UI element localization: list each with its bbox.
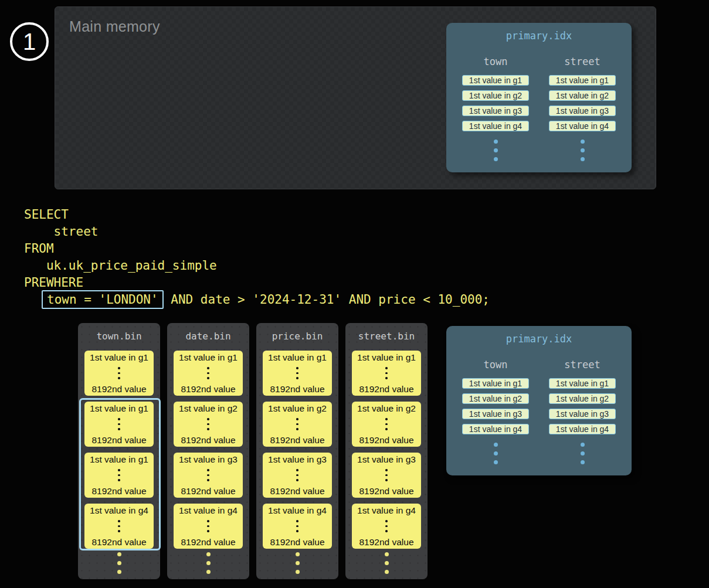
bin-title: town.bin [78, 331, 160, 342]
index-column-header: street [564, 358, 600, 371]
granule-first-value: 1st value in g4 [357, 505, 416, 515]
sql-line-from: FROM [24, 240, 490, 257]
granule-first-value: 1st value in g2 [357, 403, 416, 413]
ellipsis-dot [117, 552, 121, 556]
ellipsis-dot [581, 148, 585, 152]
ellipsis-dot [385, 570, 389, 574]
bin-ellipsis [345, 552, 428, 574]
ellipsis-dot [296, 570, 300, 574]
granule-first-value: 1st value in g3 [357, 454, 416, 464]
index-entry-list: 1st value in g1 1st value in g2 1st valu… [549, 378, 616, 434]
granule-ellipsis [385, 418, 388, 430]
index-entry: 1st value in g3 [462, 409, 529, 419]
index-column-header: street [564, 55, 600, 68]
step-number-badge: 1 [10, 22, 49, 61]
granule-list: 1st value in g1 8192nd value 1st value i… [84, 351, 154, 549]
granule-list: 1st value in g1 8192nd value 1st value i… [174, 351, 243, 549]
granule-last-value: 8192nd value [270, 537, 324, 547]
granule-first-value: 1st value in g1 [179, 352, 238, 362]
prewhere-rest: AND date > '2024-12-31' AND price < 10_0… [164, 293, 490, 307]
bin-file-street: street.bin 1st value in g1 8192nd value … [345, 323, 428, 579]
granule: 1st value in g1 8192nd value [352, 351, 421, 396]
sql-line-prewhere: PREWHERE [24, 274, 490, 291]
granule-last-value: 8192nd value [270, 486, 324, 496]
granule-ellipsis [118, 469, 120, 481]
ellipsis-dot [494, 451, 498, 456]
index-entry: 1st value in g1 [549, 378, 616, 389]
granule-last-value: 8192nd value [181, 537, 235, 547]
granule-last-value: 8192nd value [91, 537, 146, 547]
ellipsis-dot [385, 561, 389, 565]
index-column-street: street 1st value in g1 1st value in g2 1… [547, 358, 618, 464]
granule-last-value: 8192nd value [270, 384, 324, 394]
index-entry: 1st value in g2 [549, 90, 616, 101]
index-column-header: town [484, 358, 508, 371]
bin-ellipsis [78, 552, 160, 574]
granule-last-value: 8192nd value [181, 486, 235, 496]
index-entry: 1st value in g3 [549, 409, 616, 419]
granule-ellipsis [207, 469, 209, 481]
index-entry: 1st value in g4 [549, 121, 616, 131]
granule-first-value: 1st value in g3 [179, 454, 238, 464]
granule: 1st value in g3 8192nd value [352, 453, 421, 498]
sql-query: SELECT street FROM uk.uk_price_paid_simp… [24, 206, 490, 310]
index-entry: 1st value in g4 [462, 424, 529, 434]
granule-ellipsis [385, 469, 388, 481]
granule-last-value: 8192nd value [359, 537, 413, 547]
bin-title: price.bin [256, 331, 338, 342]
granule-first-value: 1st value in g4 [268, 505, 327, 515]
granule-first-value: 1st value in g4 [179, 505, 238, 515]
index-ellipsis [494, 140, 498, 161]
ellipsis-dot [117, 570, 121, 574]
granule-ellipsis [207, 367, 209, 379]
ellipsis-dot [581, 451, 585, 456]
granule-first-value: 1st value in g1 [268, 352, 327, 362]
ellipsis-dot [206, 561, 211, 565]
granule-last-value: 8192nd value [181, 435, 235, 445]
ellipsis-dot [494, 460, 498, 464]
sql-line-street: street [24, 223, 490, 240]
index-column-town: town 1st value in g1 1st value in g2 1st… [460, 55, 531, 161]
ellipsis-dot [206, 552, 211, 556]
granule: 1st value in g4 8192nd value [352, 504, 421, 549]
main-memory-title: Main memory [69, 18, 160, 35]
index-entry: 1st value in g1 [549, 75, 616, 86]
granule-ellipsis [207, 418, 209, 430]
primary-index-top: primary.idx town 1st value in g1 1st val… [446, 23, 632, 172]
ellipsis-dot [494, 148, 498, 152]
granule-ellipsis [296, 520, 298, 532]
granule: 1st value in g4 8192nd value [84, 504, 154, 549]
index-entry: 1st value in g2 [462, 393, 529, 404]
granule-last-value: 8192nd value [181, 384, 235, 394]
granule: 1st value in g2 8192nd value [352, 402, 421, 447]
granule-first-value: 1st value in g1 [90, 403, 148, 413]
ellipsis-dot [206, 570, 211, 574]
ellipsis-dot [296, 561, 300, 565]
index-entry-list: 1st value in g1 1st value in g2 1st valu… [549, 75, 616, 131]
sql-line-table: uk.uk_price_paid_simple [24, 257, 490, 274]
ellipsis-dot [385, 552, 389, 556]
granule-first-value: 1st value in g2 [179, 403, 238, 413]
bin-title: date.bin [167, 331, 249, 342]
granule: 1st value in g4 8192nd value [263, 504, 332, 549]
index-entry: 1st value in g2 [549, 393, 616, 404]
granule-last-value: 8192nd value [91, 384, 146, 394]
granule-first-value: 1st value in g2 [268, 403, 327, 413]
primary-index-title: primary.idx [446, 30, 632, 42]
index-entry-list: 1st value in g1 1st value in g2 1st valu… [462, 75, 529, 131]
sql-prewhere-condition: town = 'LONDON' AND date > '2024-12-31' … [24, 290, 490, 310]
bin-file-date: date.bin 1st value in g1 8192nd value 1s… [167, 323, 249, 579]
bin-file-price: price.bin 1st value in g1 8192nd value 1… [256, 323, 338, 579]
granule-list: 1st value in g1 8192nd value 1st value i… [263, 351, 332, 549]
index-entry: 1st value in g3 [462, 106, 529, 116]
granule: 1st value in g1 8192nd value [263, 351, 332, 396]
granule: 1st value in g3 8192nd value [263, 453, 332, 498]
sql-line-select: SELECT [24, 206, 490, 223]
granule-last-value: 8192nd value [270, 435, 324, 445]
ellipsis-dot [581, 460, 585, 464]
index-entry: 1st value in g4 [462, 121, 529, 131]
index-entry: 1st value in g4 [549, 424, 616, 434]
granule: 1st value in g1 8192nd value [174, 351, 243, 396]
ellipsis-dot [581, 443, 585, 447]
index-ellipsis [494, 443, 498, 464]
